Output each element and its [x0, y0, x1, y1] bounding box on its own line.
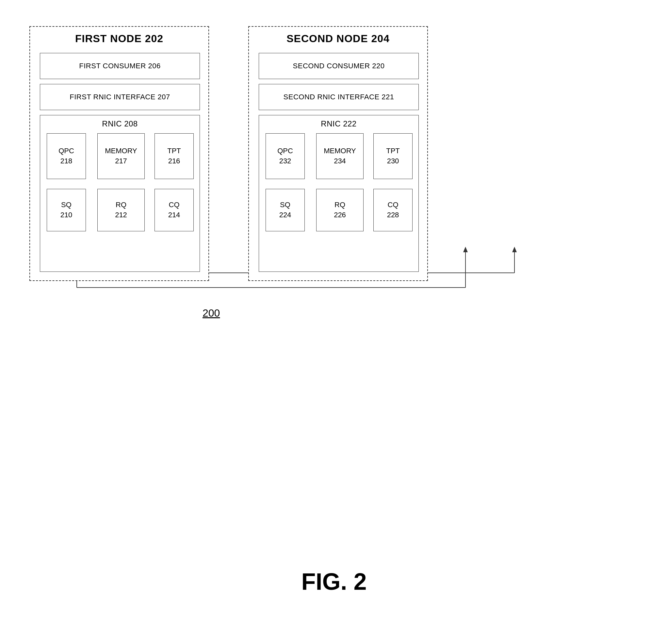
- second-consumer-label: SECOND CONSUMER 220: [259, 53, 419, 79]
- second-qpc-box: QPC 232: [265, 133, 305, 179]
- second-tpt-box: TPT 230: [373, 133, 413, 179]
- first-consumer-label: FIRST CONSUMER 206: [40, 53, 200, 79]
- svg-marker-3: [463, 247, 468, 252]
- first-consumer-box: FIRST CONSUMER 206: [40, 53, 200, 79]
- svg-marker-8: [512, 247, 517, 252]
- first-memory-label: MEMORY: [105, 146, 137, 156]
- second-node-title: SECOND NODE 204: [249, 33, 427, 45]
- second-memory-box: MEMORY 234: [316, 133, 364, 179]
- first-qpc-box: QPC 218: [47, 133, 86, 179]
- second-cq-box: CQ 228: [373, 189, 413, 231]
- second-node-box: SECOND NODE 204 SECOND CONSUMER 220 SECO…: [248, 26, 428, 281]
- second-qpc-label: QPC: [277, 146, 293, 156]
- second-rnic-interface-box: SECOND RNIC INTERFACE 221: [259, 84, 419, 110]
- second-sq-box: SQ 224: [265, 189, 305, 231]
- second-rq-number: 226: [334, 210, 346, 220]
- first-rnic-label: RNIC 208: [40, 119, 200, 129]
- second-cq-number: 228: [387, 210, 399, 220]
- second-rnic-box: RNIC 222 QPC 232 MEMORY 234 TPT 230 SQ 2…: [259, 115, 419, 272]
- first-qpc-number: 218: [60, 156, 73, 166]
- first-rq-label: RQ: [116, 200, 126, 210]
- first-sq-box: SQ 210: [47, 189, 86, 231]
- second-rnic-interface-label: SECOND RNIC INTERFACE 221: [259, 84, 419, 110]
- first-tpt-box: TPT 216: [154, 133, 194, 179]
- first-rq-number: 212: [115, 210, 127, 220]
- first-rnic-box: RNIC 208 QPC 218 MEMORY 217 TPT 216 SQ 2…: [40, 115, 200, 272]
- second-sq-label: SQ: [280, 200, 290, 210]
- first-qpc-label: QPC: [59, 146, 74, 156]
- second-rq-label: RQ: [334, 200, 345, 210]
- second-sq-number: 224: [279, 210, 291, 220]
- first-cq-number: 214: [168, 210, 180, 220]
- first-sq-label: SQ: [61, 200, 72, 210]
- second-tpt-number: 230: [387, 156, 399, 166]
- second-rq-box: RQ 226: [316, 189, 364, 231]
- second-qpc-number: 232: [279, 156, 291, 166]
- second-rnic-label: RNIC 222: [259, 119, 419, 129]
- diagram-area: FIRST NODE 202 FIRST CONSUMER 206 FIRST …: [20, 20, 647, 510]
- first-memory-number: 217: [115, 156, 127, 166]
- first-tpt-number: 216: [168, 156, 180, 166]
- second-memory-number: 234: [334, 156, 346, 166]
- first-memory-box: MEMORY 217: [97, 133, 145, 179]
- first-cq-box: CQ 214: [154, 189, 194, 231]
- first-rq-box: RQ 212: [97, 189, 145, 231]
- second-consumer-box: SECOND CONSUMER 220: [259, 53, 419, 79]
- second-tpt-label: TPT: [386, 146, 400, 156]
- first-rnic-interface-box: FIRST RNIC INTERFACE 207: [40, 84, 200, 110]
- second-memory-label: MEMORY: [324, 146, 356, 156]
- first-node-box: FIRST NODE 202 FIRST CONSUMER 206 FIRST …: [29, 26, 209, 281]
- first-cq-label: CQ: [169, 200, 180, 210]
- figure-label: FIG. 2: [0, 568, 668, 595]
- first-tpt-label: TPT: [167, 146, 181, 156]
- second-cq-label: CQ: [388, 200, 398, 210]
- first-rnic-interface-label: FIRST RNIC INTERFACE 207: [40, 84, 200, 110]
- first-node-title: FIRST NODE 202: [30, 33, 208, 45]
- first-sq-number: 210: [60, 210, 73, 220]
- figure-number: 200: [202, 307, 220, 319]
